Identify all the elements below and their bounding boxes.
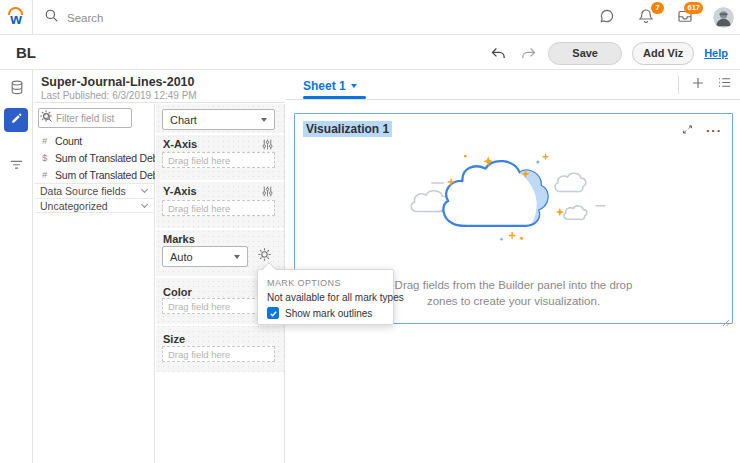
chevron-down-icon (351, 84, 357, 88)
size-dropzone[interactable]: Drag field here (162, 346, 275, 362)
chevron-down-icon (141, 186, 148, 193)
color-label: Color (163, 286, 192, 298)
notifications-button[interactable]: 7 (635, 7, 657, 29)
fields-panel: # Count $ Sum of Translated Debits - S..… (34, 104, 155, 463)
edit-builder-button[interactable] (4, 108, 28, 132)
mark-outlines-checkbox[interactable] (267, 307, 279, 319)
mark-options-title: MARK OPTIONS (267, 278, 341, 288)
inbox-button[interactable]: 617 (674, 7, 696, 29)
sheet-list-button[interactable] (717, 75, 732, 94)
chat-icon (598, 7, 616, 29)
gear-icon (39, 109, 53, 127)
inbox-badge: 617 (684, 2, 703, 14)
number-field-icon: # (42, 135, 50, 146)
notifications-badge: 7 (651, 2, 664, 14)
mark-options-popup: MARK OPTIONS Not available for all mark … (257, 269, 394, 325)
field-item-count[interactable]: # Count (34, 132, 155, 149)
data-source-button[interactable] (6, 79, 27, 100)
database-icon (9, 79, 25, 100)
save-button[interactable]: Save (548, 42, 622, 65)
action-bar: BL Save Add Viz Help (0, 36, 740, 70)
marks-type-select[interactable]: Auto (162, 246, 248, 267)
help-link[interactable]: Help (704, 47, 728, 59)
active-tab-underline (303, 96, 366, 99)
add-sheet-button[interactable] (691, 76, 705, 94)
dataset-header: Super-Journal-Lines-2010 Last Published:… (34, 70, 285, 103)
x-axis-options-button[interactable] (261, 137, 275, 151)
page-title: BL (16, 44, 36, 61)
section-data-source-fields[interactable]: Data Source fields (34, 183, 155, 198)
chevron-down-icon (261, 118, 267, 122)
y-axis-dropzone[interactable]: Drag field here (162, 200, 275, 216)
undo-button[interactable] (488, 43, 508, 63)
chevron-down-icon (234, 255, 240, 259)
workday-discover-boards-app: w 7 6 (0, 0, 740, 463)
show-mark-outlines-label: Show mark outlines (285, 308, 372, 319)
search-icon (44, 8, 59, 27)
redo-button[interactable] (518, 43, 538, 63)
empty-state-cloud-illustration (409, 150, 619, 258)
left-rail (0, 70, 33, 463)
show-mark-outlines-row[interactable]: Show mark outlines (267, 307, 372, 319)
chart-type-select[interactable]: Chart (162, 109, 275, 130)
topbar: w 7 6 (0, 0, 740, 35)
field-item-sum-translated-debits-number[interactable]: # Sum of Translated Debits - S... (34, 166, 155, 183)
y-axis-options-button[interactable] (261, 184, 275, 198)
tab-sheet-1[interactable]: Sheet 1 (303, 75, 357, 97)
global-search[interactable] (44, 0, 367, 35)
dataset-title: Super-Journal-Lines-2010 (41, 75, 285, 89)
expand-icon (681, 122, 694, 140)
profile-avatar[interactable] (713, 7, 734, 28)
sheet-tabbar: Sheet 1 (286, 70, 740, 100)
section-uncategorized[interactable]: Uncategorized (34, 198, 155, 213)
y-axis-label: Y-Axis (163, 185, 197, 197)
size-label: Size (163, 333, 185, 345)
chevron-down-icon (141, 200, 148, 207)
filters-button[interactable] (6, 156, 27, 177)
dataset-last-published: Last Published: 6/3/2019 12:49 PM (41, 90, 285, 101)
x-axis-dropzone[interactable]: Drag field here (162, 152, 275, 168)
currency-field-icon: $ (42, 152, 50, 163)
filter-field-list-input[interactable] (56, 113, 128, 124)
resize-grip[interactable] (722, 313, 730, 321)
sheet-canvas: Sheet 1 Visualization (286, 70, 740, 463)
field-item-sum-translated-debits-currency[interactable]: $ Sum of Translated Debits - S... (34, 149, 155, 166)
number-field-icon: # (42, 169, 50, 180)
chat-button[interactable] (596, 7, 618, 29)
filter-icon (9, 158, 24, 176)
workday-logo[interactable]: w (0, 0, 33, 35)
mark-options-note: Not available for all mark types (267, 292, 404, 303)
x-axis-label: X-Axis (163, 138, 197, 150)
ellipsis-icon: ··· (706, 126, 722, 136)
visualization-menu-button[interactable]: ··· (706, 126, 722, 136)
field-list-settings-button[interactable] (38, 110, 54, 126)
plus-icon (691, 76, 705, 94)
expand-visualization-button[interactable] (681, 122, 694, 140)
workday-logo-w-icon: w (6, 10, 26, 27)
visualization-title[interactable]: Visualization 1 (303, 121, 392, 137)
add-viz-button[interactable]: Add Viz (632, 42, 694, 65)
pencil-icon (10, 111, 23, 129)
search-input[interactable] (67, 12, 367, 24)
list-icon (717, 75, 732, 94)
marks-label: Marks (163, 233, 195, 245)
